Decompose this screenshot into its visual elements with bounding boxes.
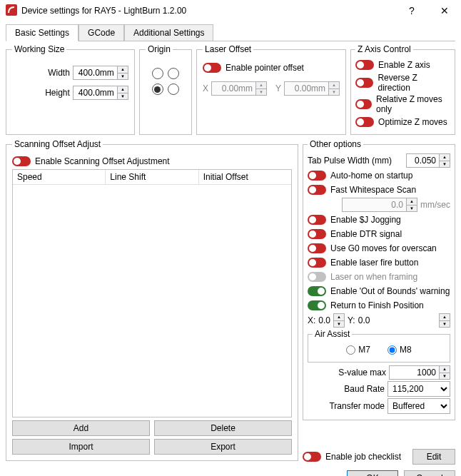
origin-top-right[interactable] [168, 68, 179, 79]
export-button[interactable]: Export [154, 439, 292, 455]
origin-bottom-left[interactable] [152, 83, 163, 95]
baud-rate-select[interactable]: 115,200 [387, 381, 450, 397]
offset-x-input: ▲▼ [211, 81, 267, 96]
auto-home-toggle[interactable] [308, 171, 326, 181]
sj-jogging-toggle[interactable] [308, 215, 326, 225]
tab-gcode[interactable]: GCode [78, 24, 124, 41]
add-button[interactable]: Add [12, 420, 150, 436]
finish-y-input[interactable]: ▲▼ [439, 313, 450, 328]
laser-fire-toggle[interactable] [308, 258, 326, 268]
enable-pointer-offset-label: Enable pointer offset [226, 63, 304, 73]
height-down-icon[interactable]: ▼ [118, 93, 128, 100]
svg-rect-0 [6, 4, 17, 16]
job-checklist-toggle[interactable] [303, 452, 321, 462]
out-of-bounds-toggle[interactable] [308, 286, 326, 296]
return-finish-toggle[interactable] [308, 300, 326, 310]
origin-legend: Origin [146, 44, 173, 54]
col-speed[interactable]: Speed [13, 170, 106, 185]
other-options-legend: Other options [308, 139, 363, 149]
tab-additional-settings[interactable]: Additional Settings [124, 24, 213, 41]
app-icon [6, 4, 21, 18]
help-button[interactable]: ? [395, 0, 428, 21]
ok-button[interactable]: OK [347, 470, 398, 476]
offset-y-label: Y [275, 83, 281, 93]
enable-scanning-offset-toggle[interactable] [12, 156, 31, 166]
reverse-z-toggle[interactable] [355, 78, 373, 88]
z-axis-legend: Z Axis Control [355, 44, 413, 54]
air-assist-legend: Air Assist [313, 329, 352, 339]
origin-bottom-right[interactable] [168, 83, 179, 95]
import-button[interactable]: Import [12, 439, 150, 455]
m7-radio[interactable]: M7 [346, 345, 370, 355]
width-down-icon[interactable]: ▼ [118, 74, 128, 80]
working-size-legend: Working Size [12, 44, 66, 54]
tab-basic-settings[interactable]: Basic Settings [6, 24, 78, 41]
width-label: Width [48, 68, 70, 78]
col-line-shift[interactable]: Line Shift [106, 170, 198, 185]
s-value-max-input[interactable]: ▲▼ [389, 365, 450, 380]
laser-on-framing-toggle [308, 272, 326, 282]
offset-x-label: X [203, 83, 208, 93]
cancel-button[interactable]: Cancel [404, 470, 455, 476]
relative-z-toggle[interactable] [355, 99, 372, 109]
scanning-offset-legend: Scanning Offset Adjust [12, 139, 103, 149]
height-input[interactable]: ▲▼ [73, 86, 128, 100]
dtr-toggle[interactable] [308, 229, 326, 239]
width-up-icon[interactable]: ▲ [118, 66, 128, 74]
fast-whitespace-toggle[interactable] [308, 185, 326, 195]
transfer-mode-select[interactable]: Buffered [387, 398, 450, 414]
enable-pointer-offset-toggle[interactable] [203, 63, 221, 73]
finish-x-input[interactable]: ▲▼ [333, 313, 345, 328]
fast-whitespace-input: ▲▼ [342, 198, 417, 212]
window-title: Device settings for RAY5 - LightBurn 1.2… [21, 6, 395, 16]
enable-z-toggle[interactable] [355, 60, 374, 70]
optimize-z-toggle[interactable] [355, 117, 374, 127]
offset-y-input: ▲▼ [284, 81, 340, 96]
delete-button[interactable]: Delete [154, 420, 292, 436]
tab-pulse-width-input[interactable]: ▲▼ [406, 153, 450, 168]
col-initial-offset[interactable]: Initial Offset [199, 170, 291, 185]
close-button[interactable]: ✕ [428, 0, 461, 21]
laser-offset-legend: Laser Offset [203, 44, 253, 54]
height-label: Height [45, 88, 70, 98]
origin-top-left[interactable] [152, 68, 163, 79]
scanning-offset-table[interactable]: Speed Line Shift Initial Offset [12, 169, 292, 417]
height-up-icon[interactable]: ▲ [118, 86, 128, 93]
edit-button[interactable]: Edit [412, 449, 455, 465]
width-input[interactable]: ▲▼ [73, 66, 128, 80]
m8-radio[interactable]: M8 [387, 345, 412, 355]
g0-overscan-toggle[interactable] [308, 243, 326, 253]
